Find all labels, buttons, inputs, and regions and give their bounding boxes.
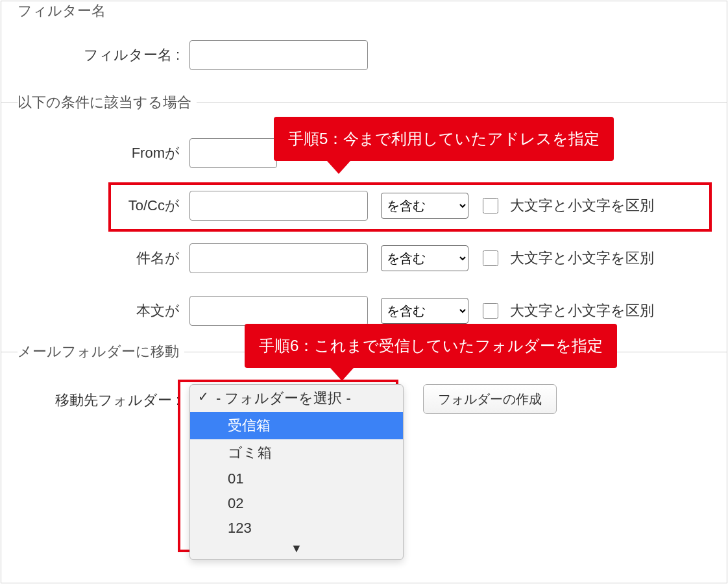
filter-name-legend: フィルター名 <box>18 1 111 21</box>
tocc-label: To/Ccが <box>11 196 189 215</box>
tocc-row: To/Ccが を含む 大文字と小文字を区別 <box>11 191 717 221</box>
tocc-checkbox-label: 大文字と小文字を区別 <box>510 196 654 215</box>
dropdown-scroll-down-icon[interactable]: ▼ <box>190 541 403 559</box>
body-case-checkbox[interactable] <box>483 303 498 319</box>
dropdown-item-trash[interactable]: ゴミ箱 <box>190 439 403 467</box>
from-input[interactable] <box>189 138 277 168</box>
tocc-select[interactable]: を含む <box>381 193 468 219</box>
conditions-section: 以下の条件に該当する場合 手順5：今まで利用していたアドレスを指定 Fromが … <box>1 93 727 342</box>
body-select[interactable]: を含む <box>381 298 468 324</box>
dest-folder-label: 移動先フォルダー : <box>11 384 189 410</box>
subject-select[interactable]: を含む <box>381 245 468 271</box>
move-folder-legend: メールフォルダーに移動 <box>18 342 184 361</box>
from-label: Fromが <box>11 143 189 163</box>
dropdown-item-123[interactable]: 123 <box>190 516 403 541</box>
callout-step6: 手順6：これまで受信していたフォルダーを指定 <box>245 324 617 368</box>
filter-name-label: フィルター名 : <box>11 45 189 65</box>
dropdown-placeholder[interactable]: - フォルダーを選択 - <box>190 385 403 412</box>
body-checkbox-label: 大文字と小文字を区別 <box>510 301 654 321</box>
move-folder-section: メールフォルダーに移動 移動先フォルダー : - フォルダーを選択 - 受信箱 … <box>1 342 727 576</box>
filter-name-section: フィルター名 フィルター名 : <box>1 1 727 93</box>
body-label: 本文が <box>11 301 189 321</box>
dropdown-item-02[interactable]: 02 <box>190 491 403 516</box>
subject-checkbox-label: 大文字と小文字を区別 <box>510 249 654 268</box>
callout-arrow-icon <box>327 161 350 174</box>
create-folder-button[interactable]: フォルダーの作成 <box>423 384 557 414</box>
tocc-case-checkbox[interactable] <box>483 198 498 213</box>
tocc-input[interactable] <box>189 191 368 221</box>
filter-settings-panel: フィルター名 フィルター名 : 以下の条件に該当する場合 手順5：今まで利用して… <box>1 1 727 583</box>
dropdown-item-01[interactable]: 01 <box>190 467 403 491</box>
folder-select-dropdown[interactable]: - フォルダーを選択 - 受信箱 ゴミ箱 01 02 123 ▼ <box>189 384 404 560</box>
subject-input[interactable] <box>189 243 368 273</box>
callout-arrow-icon <box>330 368 354 381</box>
dropdown-item-inbox[interactable]: 受信箱 <box>190 412 403 439</box>
subject-case-checkbox[interactable] <box>483 250 498 266</box>
callout-step5: 手順5：今まで利用していたアドレスを指定 <box>274 117 614 161</box>
conditions-legend: 以下の条件に該当する場合 <box>18 93 197 112</box>
filter-name-input[interactable] <box>189 40 368 70</box>
body-input[interactable] <box>189 296 368 326</box>
subject-label: 件名が <box>11 249 189 268</box>
